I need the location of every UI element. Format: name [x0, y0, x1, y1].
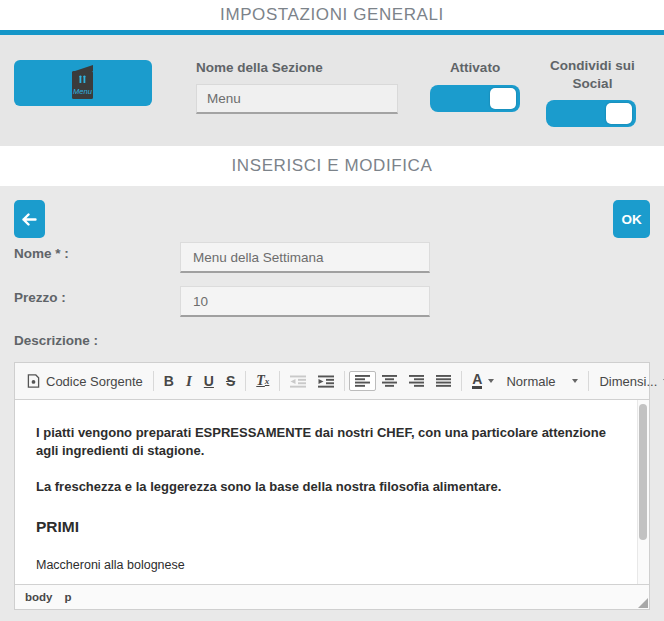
- toolbar-separator: [461, 371, 462, 391]
- menu-card-icon: Menu: [65, 63, 101, 103]
- general-settings-section: Menu Nome della Sezione Attivato Condivi…: [0, 35, 664, 146]
- caret-down-icon: [488, 379, 494, 383]
- underline-button[interactable]: U: [198, 369, 220, 393]
- bold-button[interactable]: B: [158, 369, 180, 393]
- align-center-button[interactable]: [376, 371, 403, 391]
- align-right-icon: [409, 375, 424, 387]
- justify-button[interactable]: [430, 371, 457, 391]
- insert-edit-title: INSERISCI E MODIFICA: [0, 146, 664, 186]
- editor-paragraph: Maccheroni alla bolognese: [36, 558, 613, 572]
- settings-page: IMPOSTAZIONI GENERALI Menu Nome della Se…: [0, 0, 664, 621]
- toolbar-separator: [588, 371, 589, 391]
- rich-text-editor: Codice Sorgente B I U S Tx: [14, 362, 650, 610]
- ok-button[interactable]: OK: [613, 200, 650, 238]
- caret-down-icon: [572, 379, 578, 383]
- section-name-field: Nome della Sezione: [196, 60, 398, 114]
- source-code-icon: [27, 374, 40, 388]
- active-toggle[interactable]: [430, 85, 520, 112]
- toggle-knob: [606, 103, 632, 124]
- element-path-p[interactable]: p: [64, 591, 71, 603]
- paragraph-format-value: Normale: [506, 374, 555, 389]
- align-right-button[interactable]: [403, 371, 430, 391]
- insert-edit-section: OK Nome * : Prezzo : Descrizione : Codic…: [0, 186, 664, 621]
- indent-decrease-icon: [290, 375, 306, 388]
- editor-content-area[interactable]: I piatti vengono preparati ESPRESSAMENTE…: [15, 400, 649, 584]
- strikethrough-button[interactable]: S: [220, 369, 241, 393]
- general-settings-title: IMPOSTAZIONI GENERALI: [0, 0, 664, 30]
- social-share-toggle[interactable]: [546, 100, 636, 127]
- source-code-button[interactable]: Codice Sorgente: [21, 370, 149, 393]
- editor-toolbar: Codice Sorgente B I U S Tx: [15, 363, 649, 400]
- price-label: Prezzo :: [14, 290, 66, 305]
- font-size-value: Dimensi...: [599, 374, 657, 389]
- social-toggle-label: Condividi sui Social: [545, 57, 640, 93]
- name-input[interactable]: [180, 242, 430, 273]
- paragraph-format-dropdown[interactable]: Normale: [500, 370, 584, 393]
- section-name-label: Nome della Sezione: [196, 60, 398, 75]
- element-path-body[interactable]: body: [25, 591, 52, 603]
- editor-paragraph: I piatti vengono preparati ESPRESSAMENTE…: [36, 424, 613, 460]
- indent-decrease-button[interactable]: [284, 371, 312, 392]
- editor-scrollbar[interactable]: [637, 400, 649, 584]
- remove-format-x: x: [265, 376, 270, 386]
- section-name-input[interactable]: [196, 84, 398, 114]
- remove-format-t: T: [256, 373, 265, 389]
- arrow-left-icon: [22, 213, 37, 226]
- price-input[interactable]: [180, 286, 430, 317]
- justify-icon: [436, 375, 451, 387]
- indent-increase-icon: [318, 375, 334, 388]
- toolbar-separator: [279, 371, 280, 391]
- italic-button[interactable]: I: [180, 369, 198, 394]
- menu-icon-label: Menu: [73, 87, 93, 96]
- menu-section-tile-button[interactable]: Menu: [14, 60, 152, 106]
- back-button[interactable]: [14, 200, 45, 238]
- editor-heading: PRIMI: [36, 518, 613, 536]
- toolbar-separator: [153, 371, 154, 391]
- editor-resize-handle[interactable]: [638, 598, 648, 608]
- toolbar-separator: [245, 371, 246, 391]
- active-toggle-label: Attivato: [430, 60, 520, 75]
- scrollbar-thumb[interactable]: [639, 404, 647, 540]
- align-left-icon: [355, 375, 370, 387]
- description-label: Descrizione :: [14, 333, 98, 348]
- font-size-dropdown[interactable]: Dimensi...: [593, 370, 664, 393]
- source-code-label: Codice Sorgente: [46, 374, 143, 389]
- toolbar-separator: [344, 371, 345, 391]
- align-center-icon: [382, 375, 397, 387]
- text-color-button[interactable]: A: [466, 369, 500, 393]
- name-label: Nome * :: [14, 246, 69, 261]
- align-left-button[interactable]: [349, 371, 376, 391]
- text-color-a-glyph: A: [472, 373, 482, 389]
- indent-increase-button[interactable]: [312, 371, 340, 392]
- remove-format-button[interactable]: Tx: [250, 369, 275, 393]
- editor-status-bar: body p: [15, 584, 649, 609]
- toggle-knob: [490, 88, 516, 109]
- editor-paragraph: La freschezza e la leggerezza sono la ba…: [36, 478, 613, 496]
